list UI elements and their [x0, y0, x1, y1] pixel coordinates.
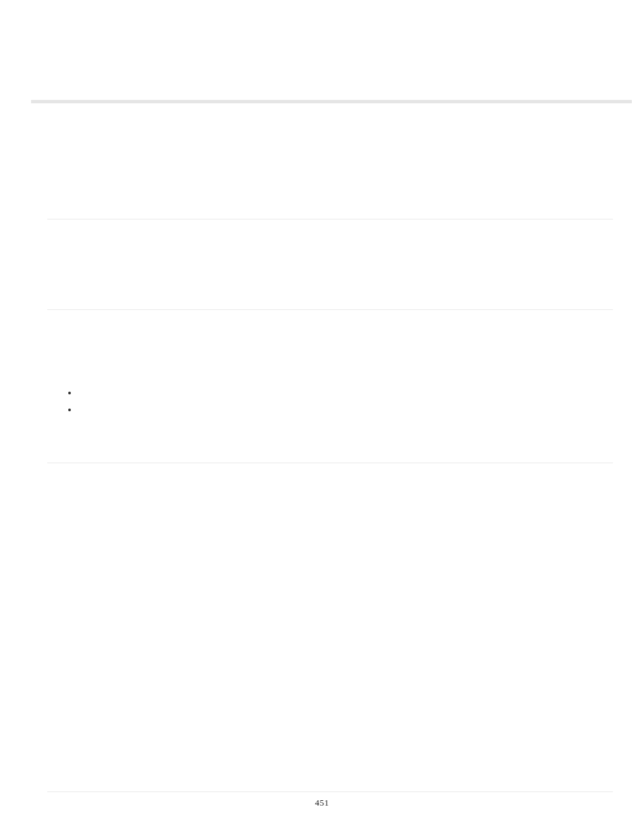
section-divider — [47, 309, 613, 310]
section-divider — [47, 463, 613, 463]
bullet-icon — [68, 409, 71, 411]
section-divider — [47, 791, 613, 792]
section-divider — [47, 219, 613, 219]
bullet-list — [68, 392, 71, 411]
bullet-icon — [68, 392, 71, 394]
top-horizontal-rule — [31, 100, 632, 103]
page-number: 451 — [0, 798, 644, 808]
